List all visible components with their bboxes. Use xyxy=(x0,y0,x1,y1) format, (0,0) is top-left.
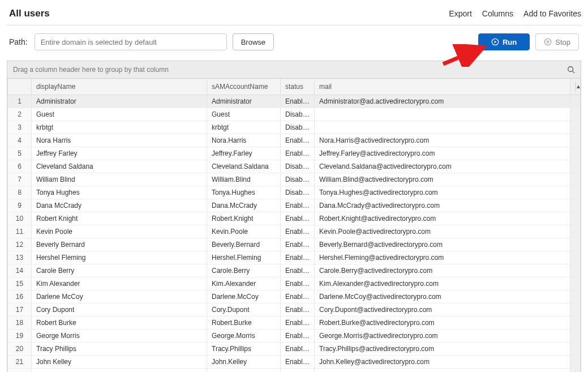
table-row[interactable]: 21John KelleyJohn.KelleyEnabledJohn.Kell… xyxy=(8,356,581,369)
vscroll-down[interactable]: ▼ xyxy=(570,369,581,373)
header-actions: Export Columns Add to Favorites xyxy=(449,9,581,18)
table-row[interactable]: 5Jeffrey FarleyJeffrey.FarleyEnabledJeff… xyxy=(8,147,581,160)
vscroll-track[interactable] xyxy=(570,264,581,277)
table-row[interactable]: 14Carole BerryCarole.BerryEnabledCarole.… xyxy=(8,264,581,277)
favorites-link[interactable]: Add to Favorites xyxy=(523,9,581,18)
vscroll-track[interactable] xyxy=(570,173,581,186)
cell-status: Enabled xyxy=(281,277,315,290)
column-header-sam[interactable]: sAMAccountName xyxy=(207,79,281,95)
table-row[interactable]: 3krbtgtkrbtgtDisabled xyxy=(8,121,581,134)
vscroll-track[interactable] xyxy=(570,251,581,264)
search-icon[interactable] xyxy=(567,66,575,74)
cell-status: Enabled xyxy=(281,238,315,251)
vscroll-track[interactable] xyxy=(570,147,581,160)
vscroll-up[interactable]: ▲ xyxy=(570,79,581,95)
row-number: 12 xyxy=(8,238,32,251)
vscroll-track[interactable] xyxy=(570,95,581,108)
row-number: 15 xyxy=(8,277,32,290)
cell-status: Enabled xyxy=(281,330,315,343)
cell-status: Enabled xyxy=(281,212,315,225)
table-row[interactable]: 7William BlindWilliam.BlindDisabledWilli… xyxy=(8,173,581,186)
table-row[interactable]: 8Tonya HughesTonya.HughesDisabledTonya.H… xyxy=(8,186,581,199)
cell-status: Disabled xyxy=(281,186,315,199)
cell-sam: John.Kelley xyxy=(207,356,281,369)
export-link[interactable]: Export xyxy=(449,9,471,18)
row-number: 11 xyxy=(8,225,32,238)
cell-mail xyxy=(315,121,570,134)
stop-button[interactable]: Stop xyxy=(535,33,579,50)
cell-displayname: krbtgt xyxy=(32,121,207,134)
cell-mail: Jeffrey.Farley@activedirectorypro.com xyxy=(315,147,570,160)
column-header-displayname[interactable]: displayName xyxy=(32,79,207,95)
cell-sam: Cory.Dupont xyxy=(207,303,281,317)
table-row[interactable]: 12Beverly BernardBeverly.BernardEnabledB… xyxy=(8,238,581,251)
vscroll-track[interactable] xyxy=(570,317,581,330)
cell-displayname: Nora Harris xyxy=(32,134,207,147)
vscroll-track[interactable] xyxy=(570,303,581,317)
path-input[interactable] xyxy=(35,33,227,50)
vscroll-track[interactable] xyxy=(570,330,581,343)
row-number: 4 xyxy=(8,134,32,147)
table-row[interactable]: 22Larry HillLarry.HillEnabledLarry.Hill@… xyxy=(8,369,581,373)
row-number: 22 xyxy=(8,369,32,373)
vscroll-track[interactable] xyxy=(570,212,581,225)
cell-sam: krbtgt xyxy=(207,121,281,134)
table-row[interactable]: 18Robert BurkeRobert.BurkeEnabledRobert.… xyxy=(8,317,581,330)
vscroll-track[interactable] xyxy=(570,199,581,212)
row-number: 6 xyxy=(8,160,32,173)
vscroll-track[interactable] xyxy=(570,121,581,134)
cell-mail: Robert.Knight@activedirectorypro.com xyxy=(315,212,570,225)
data-grid: Drag a column header here to group by th… xyxy=(7,61,581,372)
table-row[interactable]: 1AdministratorAdministratorEnabledAdmini… xyxy=(8,95,581,108)
row-number: 20 xyxy=(8,343,32,356)
cell-status: Enabled xyxy=(281,303,315,317)
vscroll-track[interactable] xyxy=(570,225,581,238)
vscroll-track[interactable] xyxy=(570,290,581,303)
run-button[interactable]: Run xyxy=(478,33,530,50)
cell-sam: Dana.McCrady xyxy=(207,199,281,212)
vscroll-track[interactable] xyxy=(570,108,581,121)
vscroll-track[interactable] xyxy=(570,356,581,369)
cell-displayname: Kevin Poole xyxy=(32,225,207,238)
table-row[interactable]: 13Hershel FlemingHershel.FlemingEnabledH… xyxy=(8,251,581,264)
table-row[interactable]: 4Nora HarrisNora.HarrisEnabledNora.Harri… xyxy=(8,134,581,147)
group-by-bar[interactable]: Drag a column header here to group by th… xyxy=(7,61,581,79)
column-header-status[interactable]: status xyxy=(281,79,315,95)
vscroll-track[interactable] xyxy=(570,277,581,290)
cell-mail: Nora.Harris@activedirectorypro.com xyxy=(315,134,570,147)
cell-sam: Robert.Knight xyxy=(207,212,281,225)
vscroll-track[interactable] xyxy=(570,160,581,173)
table-row[interactable]: 17Cory DupontCory.DupontEnabledCory.Dupo… xyxy=(8,303,581,317)
cell-mail: Robert.Burke@activedirectorypro.com xyxy=(315,317,570,330)
cell-displayname: Administrator xyxy=(32,95,207,108)
column-header-rownum[interactable] xyxy=(8,79,32,95)
cell-mail: Larry.Hill@activedirectorypro.com xyxy=(315,369,570,373)
table-row[interactable]: 16Darlene McCoyDarlene.McCoyEnabledDarle… xyxy=(8,290,581,303)
table-row[interactable]: 9Dana McCradyDana.McCradyEnabledDana.McC… xyxy=(8,199,581,212)
table-row[interactable]: 11Kevin PooleKevin.PooleEnabledKevin.Poo… xyxy=(8,225,581,238)
browse-button[interactable]: Browse xyxy=(233,33,274,50)
row-number: 18 xyxy=(8,317,32,330)
cell-mail: Cory.Dupont@activedirectorypro.com xyxy=(315,303,570,317)
vscroll-track[interactable] xyxy=(570,186,581,199)
cell-mail: Dana.McCrady@activedirectorypro.com xyxy=(315,199,570,212)
page-header: All users Export Columns Add to Favorite… xyxy=(7,5,581,25)
table-row[interactable]: 15Kim AlexanderKim.AlexanderEnabledKim.A… xyxy=(8,277,581,290)
columns-link[interactable]: Columns xyxy=(482,9,513,18)
cell-sam: Carole.Berry xyxy=(207,264,281,277)
row-number: 19 xyxy=(8,330,32,343)
cell-mail: Tonya.Hughes@activedirectorypro.com xyxy=(315,186,570,199)
vscroll-track[interactable] xyxy=(570,134,581,147)
table-row[interactable]: 20Tracy PhillipsTracy.PhillipsEnabledTra… xyxy=(8,343,581,356)
cell-sam: Jeffrey.Farley xyxy=(207,147,281,160)
cell-mail: Hershel.Fleming@activedirectorypro.com xyxy=(315,251,570,264)
svg-point-4 xyxy=(568,67,573,72)
table-row[interactable]: 6Cleveland SaldanaCleveland.SaldanaDisab… xyxy=(8,160,581,173)
table-row[interactable]: 10Robert KnightRobert.KnightEnabledRober… xyxy=(8,212,581,225)
column-header-mail[interactable]: mail xyxy=(315,79,570,95)
vscroll-track[interactable] xyxy=(570,238,581,251)
cell-sam: William.Blind xyxy=(207,173,281,186)
table-row[interactable]: 2GuestGuestDisabled xyxy=(8,108,581,121)
vscroll-track[interactable] xyxy=(570,343,581,356)
table-row[interactable]: 19George MorrisGeorge.MorrisEnabledGeorg… xyxy=(8,330,581,343)
